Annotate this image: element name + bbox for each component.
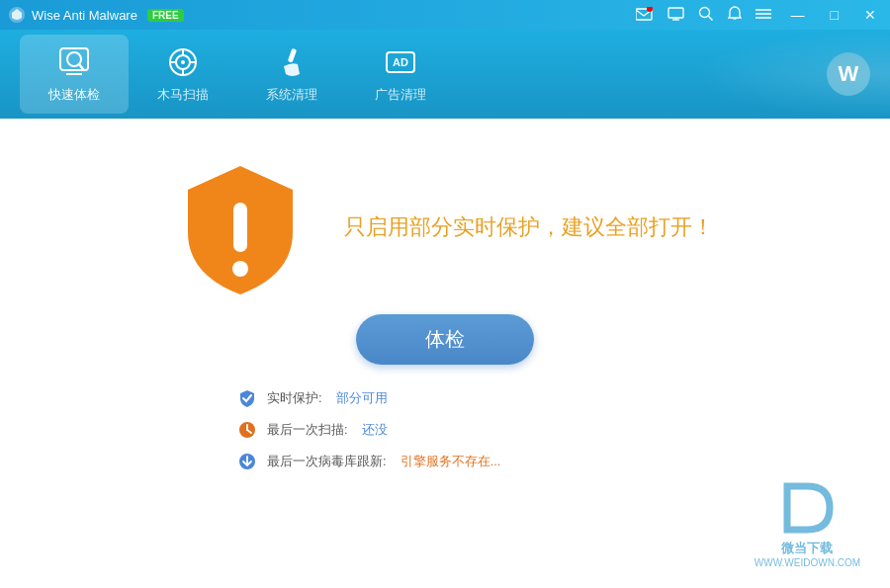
- svg-rect-23: [288, 48, 297, 63]
- watermark: 微当下载 WWW.WEIDOWN.COM: [755, 478, 860, 568]
- minimize-button[interactable]: —: [785, 5, 811, 25]
- quick-scan-icon: [56, 44, 92, 80]
- tab-system-clean-label: 系统清理: [266, 86, 317, 104]
- svg-point-18: [181, 60, 185, 64]
- status-realtime: 实时保护: 部分可用: [237, 388, 724, 408]
- last-update-value: 引擎服务不存在...: [400, 453, 501, 470]
- svg-rect-3: [668, 8, 683, 18]
- scan-button[interactable]: 体检: [356, 314, 534, 365]
- main-content: 只启用部分实时保护，建议全部打开！ 体检 实时保护: 部分可用 最后一次扫描: …: [0, 119, 890, 588]
- status-last-scan: 最后一次扫描: 还没: [237, 420, 724, 440]
- ad-clean-icon: AD: [383, 44, 418, 80]
- download-icon: [237, 452, 257, 471]
- svg-point-6: [699, 7, 709, 17]
- app-logo-icon: [8, 6, 26, 24]
- nav-bar: 快速体检 木马扫描 系统清理 AD 广告清理 W: [0, 30, 890, 119]
- shield-check-icon: [237, 388, 257, 408]
- clock-icon: [237, 420, 257, 440]
- mail-icon[interactable]: [636, 7, 654, 24]
- warning-text-container: 只启用部分实时保护，建议全部打开！: [344, 212, 714, 242]
- tab-system-clean[interactable]: 系统清理: [237, 35, 346, 114]
- title-bar: Wise Anti Malware FREE: [0, 0, 890, 30]
- svg-line-14: [79, 64, 83, 69]
- tab-quick-scan-label: 快速体检: [48, 86, 100, 104]
- bell-icon[interactable]: [728, 6, 742, 25]
- tab-trojan-scan-label: 木马扫描: [157, 86, 209, 104]
- shield-warning-icon: [176, 158, 305, 296]
- warning-message: 只启用部分实时保护，建议全部打开！: [344, 214, 714, 239]
- restore-button[interactable]: □: [825, 5, 845, 25]
- title-bar-left: Wise Anti Malware FREE: [8, 6, 184, 24]
- svg-rect-26: [233, 203, 247, 252]
- warning-section: 只启用部分实时保护，建议全部打开！: [40, 158, 850, 296]
- monitor-icon[interactable]: [668, 7, 684, 24]
- tab-ad-clean[interactable]: AD 广告清理: [346, 35, 455, 114]
- svg-point-27: [232, 261, 248, 277]
- svg-line-7: [708, 16, 712, 20]
- menu-icon[interactable]: [756, 7, 771, 23]
- realtime-value: 部分可用: [336, 389, 388, 407]
- title-bar-controls: — □ ✕: [636, 5, 882, 25]
- free-badge: FREE: [147, 9, 184, 22]
- user-avatar[interactable]: W: [827, 52, 870, 96]
- tab-trojan-scan[interactable]: 木马扫描: [129, 35, 237, 114]
- search-settings-icon[interactable]: [698, 6, 714, 25]
- app-title: Wise Anti Malware: [32, 8, 137, 23]
- last-update-label: 最后一次病毒库跟新:: [267, 453, 387, 470]
- trojan-scan-icon: [165, 44, 201, 80]
- watermark-url: WWW.WEIDOWN.COM: [755, 557, 860, 568]
- status-last-update: 最后一次病毒库跟新: 引擎服务不存在...: [237, 452, 724, 471]
- tab-quick-scan[interactable]: 快速体检: [20, 35, 129, 114]
- last-scan-label: 最后一次扫描:: [267, 421, 348, 439]
- svg-text:AD: AD: [393, 56, 408, 68]
- last-scan-value: 还没: [362, 421, 388, 439]
- system-clean-icon: [274, 44, 310, 80]
- realtime-label: 实时保护:: [267, 389, 322, 407]
- status-section: 实时保护: 部分可用 最后一次扫描: 还没 最后一次病毒库跟新: 引擎服务不存在…: [237, 388, 724, 471]
- watermark-logo-icon: [772, 478, 842, 538]
- tab-ad-clean-label: 广告清理: [375, 86, 426, 104]
- watermark-name: 微当下载: [781, 540, 833, 557]
- close-button[interactable]: ✕: [858, 5, 882, 25]
